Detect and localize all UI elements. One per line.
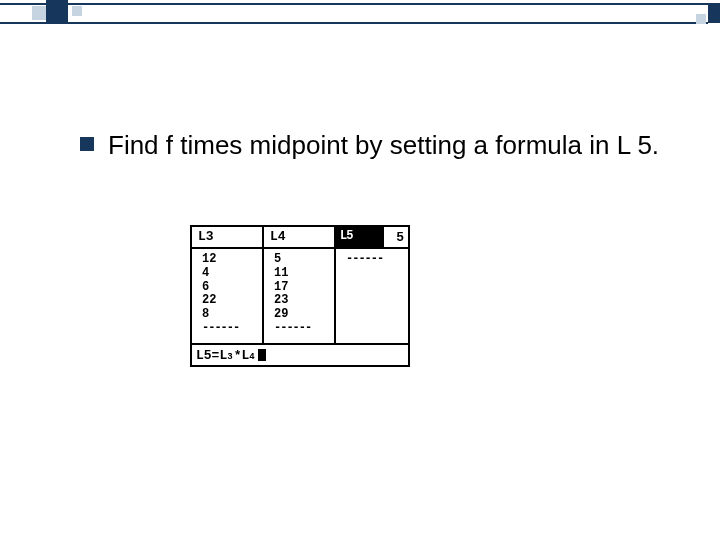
calc-col-l5: ------	[336, 249, 408, 343]
cursor-icon	[258, 349, 266, 361]
calc-cell: 4	[202, 267, 262, 281]
calc-cell-dashes: ------	[274, 322, 334, 336]
calc-formula-bar: L5 = L3 * L4	[192, 343, 408, 365]
calc-header-l3: L3	[192, 227, 264, 247]
calc-cell: 17	[274, 281, 334, 295]
formula-lhs: L5	[196, 348, 212, 363]
calc-cell-dashes: ------	[202, 322, 262, 336]
calc-cell: 6	[202, 281, 262, 295]
formula-sub: 3	[227, 352, 232, 362]
calc-cell: 22	[202, 294, 262, 308]
formula-star: *	[234, 348, 242, 363]
calc-header-l5-highlighted: L5 5	[336, 227, 408, 247]
calc-header-l5-label: L5	[340, 229, 352, 243]
calculator-screenshot: L3 L4 L5 5 12 4 6 22 8 ------ 5 11 17 23…	[190, 225, 410, 367]
calc-cell: 12	[202, 253, 262, 267]
calc-cell-dashes: ------	[346, 253, 408, 267]
bullet-text: Find f times midpoint by setting a formu…	[108, 130, 659, 161]
calc-header-row: L3 L4 L5 5	[192, 227, 408, 249]
calc-header-index: 5	[384, 227, 408, 247]
formula-l: L	[219, 348, 227, 363]
calc-cell: 23	[274, 294, 334, 308]
calc-col-l3: 12 4 6 22 8 ------	[192, 249, 264, 343]
calc-body: 12 4 6 22 8 ------ 5 11 17 23 29 ------ …	[192, 249, 408, 343]
formula-eq: =	[212, 348, 220, 363]
slide-header-decoration	[0, 0, 720, 28]
slide-content: Find f times midpoint by setting a formu…	[80, 130, 660, 161]
calc-cell: 8	[202, 308, 262, 322]
calc-cell: 29	[274, 308, 334, 322]
calc-cell: 11	[274, 267, 334, 281]
formula-sub: 4	[249, 352, 254, 362]
calc-cell: 5	[274, 253, 334, 267]
bullet-item: Find f times midpoint by setting a formu…	[80, 130, 660, 161]
bullet-square-icon	[80, 137, 94, 151]
formula-l: L	[241, 348, 249, 363]
calc-col-l4: 5 11 17 23 29 ------	[264, 249, 336, 343]
calc-header-l4: L4	[264, 227, 336, 247]
